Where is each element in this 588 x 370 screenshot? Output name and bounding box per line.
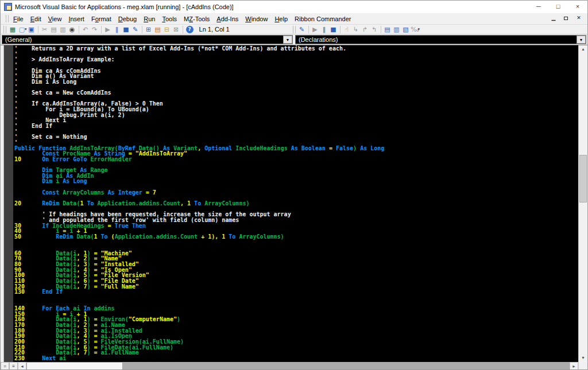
design-mode-icon[interactable]: ✎ [131, 25, 140, 34]
toolbar-separator [308, 26, 309, 33]
menu-edit[interactable]: Edit [27, 14, 45, 24]
immediate-window-icon[interactable]: ▥ [392, 25, 401, 34]
step-into-icon[interactable]: ↳ [351, 25, 361, 34]
object-browser-icon[interactable]: ⊟ [163, 25, 172, 34]
copy-icon[interactable]: ▤ [49, 25, 59, 34]
object-declaration-row: (General) ▼ (Declarations) ▼ [1, 34, 587, 45]
watch-window-icon[interactable]: ▧ [401, 25, 411, 34]
code-line: 10 On Error GoTo ErrorHandler [14, 157, 578, 162]
scroll-down-arrow-icon[interactable]: ▼ [579, 354, 587, 362]
undo-icon[interactable]: ↶ [81, 25, 90, 34]
code-line: ' Debug.Print a(i, 2) [14, 112, 578, 118]
toolbar-separator [183, 26, 183, 33]
redo-icon[interactable]: ↷ [90, 25, 99, 34]
object-dropdown-arrow-icon[interactable]: ▼ [283, 36, 292, 44]
code-line: 120 Data(i, 7) = "Full Name" [14, 284, 578, 290]
toolbar-separator [142, 26, 142, 33]
find-icon[interactable]: ◉ [68, 25, 77, 34]
menu-debug[interactable]: Debug [115, 14, 140, 24]
code-pane[interactable]: ' Returns a 2D array with a list of Exce… [13, 45, 578, 362]
menu-view[interactable]: View [45, 14, 65, 24]
paste-icon[interactable]: ▥ [59, 25, 68, 34]
code-editor[interactable]: ' Returns a 2D array with a list of Exce… [1, 45, 587, 362]
toggle-breakpoint-icon[interactable]: ☝ [342, 25, 351, 34]
title-bar: Microsoft Visual Basic for Applications … [1, 1, 587, 13]
view-excel-icon[interactable]: ▦ [8, 25, 17, 34]
reset-icon[interactable]: ■ [122, 25, 131, 34]
procedure-dropdown-arrow-icon[interactable]: ▼ [577, 36, 586, 44]
menu-insert[interactable]: Insert [65, 14, 88, 24]
design-mode-debug-icon[interactable]: ✎ [297, 25, 307, 34]
menu-window[interactable]: Window [242, 14, 271, 24]
break-debug-icon[interactable]: ‖ [320, 25, 329, 34]
code-line: ' Dim ca As cComAddIns [14, 68, 578, 74]
run-icon[interactable]: ▶ [103, 25, 113, 34]
toolbar: ▦▢▾▣✂▤▥◉↶↷▶‖■✎⊞▤⊟⊠?Ln 1, Col 1✎▶‖■☝↳↱↰▤▥… [1, 25, 587, 34]
procedure-view-button[interactable]: = [1, 362, 9, 370]
close-button-icon[interactable]: × [568, 1, 587, 13]
code-line: 30 If IncludeHeadings = True Then [14, 223, 578, 229]
object-dropdown-value: (General) [5, 36, 32, 43]
menu-run[interactable]: Run [140, 14, 158, 24]
line-number: 130 [14, 289, 42, 295]
save-icon[interactable]: ▣ [27, 25, 36, 34]
break-icon[interactable]: ‖ [113, 25, 122, 34]
mdi-minimize-icon[interactable]: ▁ [547, 14, 560, 23]
menu-help[interactable]: Help [271, 14, 291, 24]
toolbar-options-icon[interactable]: ▾ [418, 27, 420, 32]
vertical-scroll-thumb[interactable] [579, 155, 587, 202]
app-icon[interactable] [4, 3, 12, 11]
object-dropdown[interactable]: (General) ▼ [2, 35, 293, 44]
menu-file[interactable]: File [10, 14, 27, 24]
horizontal-scroll-track[interactable] [123, 362, 570, 370]
window-title: Microsoft Visual Basic for Applications … [15, 3, 234, 10]
code-line [14, 239, 578, 245]
menu-add-ins[interactable]: Add-Ins [213, 14, 242, 24]
scroll-right-arrow-icon[interactable]: ► [570, 362, 578, 370]
toolbar-separator [381, 26, 381, 33]
full-module-view-button[interactable]: ≡ [9, 362, 18, 370]
code-line: Const ArrayColumns As Integer = 7 [14, 190, 578, 196]
maximize-button-icon[interactable]: □ [548, 1, 568, 13]
run-debug-icon[interactable]: ▶ [311, 25, 320, 34]
toolbar-grip[interactable] [3, 26, 6, 33]
code-line: ' > AddInsToArray Example: [14, 57, 578, 63]
menubar-items: FileEditViewInsertFormatDebugRunToolsMZ-… [10, 14, 354, 24]
project-explorer-icon[interactable]: ⊞ [144, 25, 153, 34]
toolbar-separator [101, 26, 102, 33]
cursor-position-label: Ln 1, Col 1 [199, 26, 285, 33]
mdi-restore-icon[interactable] [560, 14, 572, 23]
minimize-button-icon[interactable]: ─ [529, 1, 548, 13]
scroll-left-arrow-icon[interactable]: ◄ [18, 362, 26, 370]
code-line: ' Set ca = New cComAddIns [14, 90, 578, 96]
menu-format[interactable]: Format [88, 14, 115, 24]
procedure-dropdown-value: (Declarations) [299, 36, 338, 43]
menu-tools[interactable]: Tools [158, 14, 180, 24]
margin-indicator-bar[interactable] [4, 45, 13, 362]
code-line: Dim ai As AddIn [14, 173, 578, 179]
locals-window-icon[interactable]: ▤ [383, 25, 392, 34]
procedure-dropdown[interactable]: (Declarations) ▼ [295, 35, 586, 44]
menu-ribbon-commander[interactable]: Ribbon Commander [291, 14, 354, 24]
reset-debug-icon[interactable]: ■ [329, 25, 338, 34]
toolbar-grip[interactable] [293, 26, 296, 33]
code-line: ' Set ca = Nothing [14, 134, 578, 140]
step-out-icon[interactable]: ↰ [370, 25, 379, 34]
help-icon[interactable]: ? [186, 26, 194, 33]
scroll-up-arrow-icon[interactable]: ▲ [579, 45, 587, 53]
code-line: Dim Target As Range [14, 168, 578, 173]
menu-mz-tools[interactable]: MZ-Tools [180, 14, 213, 24]
horizontal-scroll-thumb[interactable] [26, 362, 123, 370]
vertical-scrollbar[interactable]: ▲ ▼ [578, 45, 587, 362]
line-number: 20 [14, 200, 42, 207]
code-line: ' End If [14, 123, 578, 129]
code-line: ' Next i [14, 118, 578, 123]
cut-icon[interactable]: ✂ [40, 25, 49, 34]
code-line: ' Returns a 2D array with a list of Exce… [14, 46, 578, 52]
step-over-icon[interactable]: ↱ [361, 25, 370, 34]
menubar-grip[interactable] [6, 15, 9, 22]
properties-window-icon[interactable]: ▤ [153, 25, 163, 34]
toolbox-icon[interactable]: ⊠ [172, 25, 181, 34]
mdi-close-icon[interactable]: ✕ [572, 14, 585, 23]
code-line: ' Dim a() As Variant [14, 73, 578, 79]
